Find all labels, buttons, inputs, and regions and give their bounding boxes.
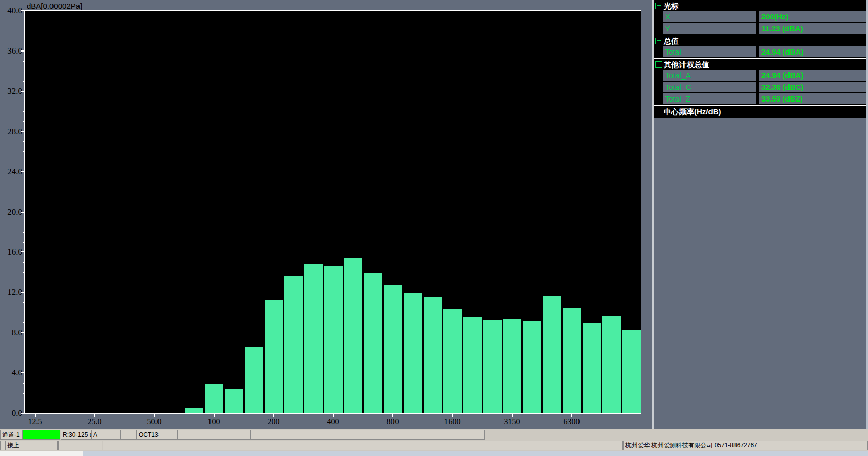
link-status-cell: 接上 [5, 441, 58, 450]
y-tick-label: 28.0 [0, 127, 22, 136]
spectrum-bar[interactable] [225, 389, 243, 413]
range-cell: R:30-125 dB [61, 430, 91, 440]
y-major-tick [21, 10, 25, 11]
y-minor-tick [23, 222, 25, 222]
y-minor-tick [23, 393, 25, 394]
spectrum-bar[interactable] [245, 347, 263, 413]
y-minor-tick [23, 283, 25, 283]
panel-row-value[interactable]: 24.94 (dBA) [759, 46, 866, 57]
spectrum-plot[interactable] [24, 10, 641, 414]
x-tick [273, 414, 274, 417]
cursor-vertical-line[interactable] [274, 11, 274, 413]
spectrum-bar[interactable] [424, 297, 442, 413]
y-minor-tick [23, 102, 25, 102]
panel-row-label[interactable]: X [663, 11, 756, 22]
spectrum-bar[interactable] [304, 264, 323, 413]
x-tick-label: 200 [251, 417, 297, 426]
y-major-tick [21, 91, 25, 92]
y-tick-label: 24.0 [0, 167, 22, 176]
collapse-icon[interactable] [655, 3, 662, 9]
section-header: 总值 [654, 35, 866, 46]
channel-cell: 通道-1 [0, 430, 23, 440]
empty-cell [0, 441, 5, 450]
y-minor-tick [23, 302, 25, 303]
panel-empty-area [654, 118, 866, 429]
spectrum-bar[interactable] [602, 316, 621, 413]
empty-cell [177, 430, 250, 440]
spectrum-bar[interactable] [364, 273, 382, 413]
y-minor-tick [23, 343, 25, 343]
spectrum-bar[interactable] [284, 276, 303, 413]
spectrum-bar[interactable] [463, 317, 482, 413]
empty-cell [250, 430, 485, 440]
spectrum-bar[interactable] [404, 293, 422, 413]
x-tick [452, 414, 453, 417]
spectrum-bar[interactable] [344, 258, 362, 413]
collapse-icon[interactable] [655, 61, 662, 68]
panel-row-label[interactable]: Total_Z [663, 93, 756, 104]
mode-cell: OCT13 [137, 430, 177, 440]
panel-row-label[interactable]: Y [663, 23, 756, 34]
spectrum-bar[interactable] [523, 321, 541, 413]
y-minor-tick [23, 202, 25, 202]
y-major-tick [21, 413, 25, 414]
x-tick [392, 414, 393, 417]
y-major-tick [21, 50, 25, 52]
y-minor-tick [23, 71, 25, 71]
panel-row-value[interactable]: 32.36 (dBC) [759, 82, 866, 92]
section-header: 光标 [654, 0, 866, 11]
spectrum-bar[interactable] [205, 384, 223, 413]
empty-cell [103, 441, 623, 450]
panel-row-label[interactable]: Total_A [663, 70, 756, 81]
section-header: 中心频率(Hz/dB) [654, 106, 866, 118]
panel-row-label[interactable]: Total_C [663, 82, 756, 92]
x-tick [214, 414, 215, 417]
x-tick-label: 50.0 [131, 417, 177, 426]
panel-row-label[interactable]: Total [663, 46, 756, 57]
spectrum-bar[interactable] [483, 320, 502, 413]
collapse-icon[interactable] [655, 38, 662, 44]
section-header-label: 其他计权总值 [664, 60, 709, 70]
x-tick-label: 400 [310, 417, 356, 426]
spectrum-bar[interactable] [543, 296, 561, 413]
y-major-tick [21, 251, 25, 252]
y-minor-tick [23, 242, 25, 243]
panel-row-value[interactable]: 200(Hz) [759, 11, 866, 22]
results-panel: 光标X200(Hz)Y11.23 (dBA)总值Total24.94 (dBA)… [654, 0, 866, 429]
weighting-cell: A [91, 430, 120, 440]
x-tick-label: 6300 [549, 417, 595, 426]
y-minor-tick [23, 383, 25, 384]
spectrum-bar[interactable] [324, 266, 343, 413]
x-tick-label: 800 [370, 417, 416, 426]
y-minor-tick [23, 192, 25, 192]
cursor-horizontal-line[interactable] [25, 300, 641, 300]
y-minor-tick [23, 151, 25, 152]
y-minor-tick [23, 313, 25, 313]
company-info-cell: 杭州爱华 杭州爱测科技有限公司 0571-88672767 [623, 441, 868, 450]
spectrum-bar[interactable] [503, 319, 521, 413]
status-bar: 通道-1 R:30-125 dB A OCT13 接上 杭州爱华 杭州爱测科技有… [0, 429, 868, 456]
y-tick-label: 16.0 [0, 247, 22, 257]
panel-row-value[interactable]: 24.94 (dBA) [759, 70, 866, 81]
channel-color-swatch [23, 430, 60, 440]
y-minor-tick [23, 141, 25, 142]
spectrum-bar[interactable] [185, 408, 203, 413]
x-tick [333, 414, 334, 417]
spectrum-bar[interactable] [583, 323, 601, 413]
x-tick [35, 414, 36, 417]
x-tick-label: 3150 [489, 417, 535, 426]
panel-row-value[interactable]: 33.59 (dBZ) [759, 93, 866, 104]
spectrum-bar[interactable] [622, 330, 641, 413]
section-header: 其他计权总值 [654, 59, 866, 70]
y-major-tick [21, 372, 25, 373]
y-tick-label: 32.0 [0, 87, 22, 96]
spectrum-bar[interactable] [443, 309, 462, 413]
x-tick [94, 414, 95, 417]
panel-row-value[interactable]: 11.23 (dBA) [759, 23, 866, 34]
y-minor-tick [23, 322, 25, 323]
y-minor-tick [23, 403, 25, 403]
y-minor-tick [23, 232, 25, 233]
spectrum-bar[interactable] [384, 285, 402, 413]
spectrum-bar[interactable] [563, 308, 581, 413]
y-minor-tick [23, 363, 25, 363]
